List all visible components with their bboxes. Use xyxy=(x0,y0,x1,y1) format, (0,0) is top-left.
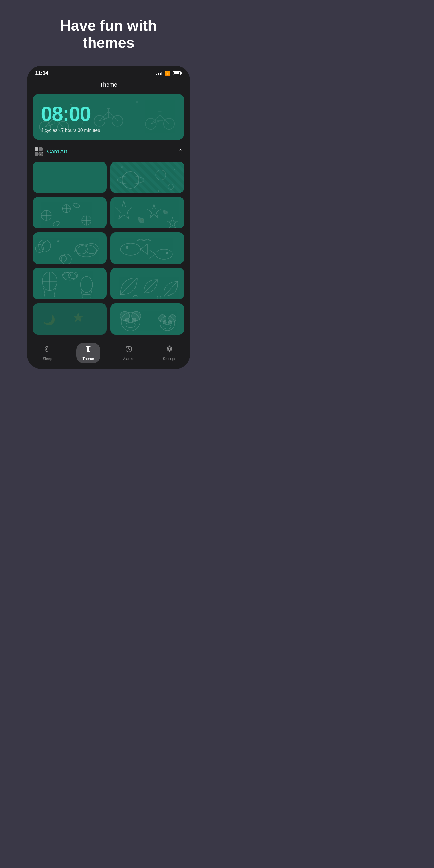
svg-text:★: ★ xyxy=(121,165,124,169)
card-art-header: Card Art ⌃ xyxy=(33,147,184,156)
alarm-card[interactable]: ★ ★ xyxy=(33,94,184,140)
svg-rect-104 xyxy=(87,347,89,352)
svg-rect-105 xyxy=(87,351,90,352)
nav-item-alarms[interactable]: Alarms xyxy=(108,345,149,361)
svg-point-36 xyxy=(117,176,144,184)
svg-point-68 xyxy=(126,246,128,248)
nav-item-sleep[interactable]: Sleep xyxy=(27,345,68,361)
wifi-icon: 📶 xyxy=(165,70,170,76)
card-art-label: Card Art xyxy=(47,149,67,155)
svg-point-37 xyxy=(156,170,165,180)
svg-text:★: ★ xyxy=(56,239,60,243)
card-item-moon[interactable]: ★ ★ xyxy=(33,232,106,264)
card-item-balloon[interactable] xyxy=(33,268,106,299)
status-bar: 11:14 📶 xyxy=(27,66,190,79)
svg-rect-74 xyxy=(44,293,55,297)
alarm-time: 08:00 xyxy=(41,102,176,126)
card-item-extra1[interactable]: 🌙 ⭐ xyxy=(33,303,106,335)
card-item-animal[interactable] xyxy=(111,232,184,264)
card-art-section: Card Art ⌃ ★ ★ ● xyxy=(33,147,184,335)
svg-point-59 xyxy=(35,244,43,252)
nav-item-theme[interactable]: Theme xyxy=(68,343,109,363)
svg-point-111 xyxy=(168,348,171,350)
svg-rect-33 xyxy=(35,152,38,156)
svg-text:●: ● xyxy=(174,168,175,170)
svg-text:⭐: ⭐ xyxy=(73,312,83,322)
svg-marker-54 xyxy=(147,204,161,218)
settings-icon xyxy=(165,345,174,355)
svg-marker-55 xyxy=(167,217,177,228)
svg-line-84 xyxy=(121,278,137,294)
svg-point-101 xyxy=(168,321,172,324)
card-art-left: Card Art xyxy=(34,147,67,156)
svg-marker-53 xyxy=(116,200,132,219)
svg-point-94 xyxy=(125,318,129,322)
status-icons: 📶 xyxy=(156,70,182,76)
svg-point-95 xyxy=(132,318,136,322)
nav-label-sleep: Sleep xyxy=(43,356,52,361)
svg-rect-31 xyxy=(35,147,38,151)
card-art-icon xyxy=(34,147,44,156)
svg-rect-103 xyxy=(86,346,91,347)
card-art-collapse-icon[interactable]: ⌃ xyxy=(178,148,183,155)
bottom-nav: Sleep Theme xyxy=(27,339,190,369)
card-item-leaf[interactable] xyxy=(111,268,184,299)
svg-point-35 xyxy=(122,172,139,188)
svg-text:🌙: 🌙 xyxy=(43,314,55,326)
screen-content: Theme ★ ★ xyxy=(27,82,190,335)
svg-point-100 xyxy=(163,321,166,324)
signal-icon xyxy=(156,71,162,75)
card-item-plain[interactable] xyxy=(33,162,106,193)
svg-line-85 xyxy=(144,280,157,293)
svg-point-77 xyxy=(81,276,93,292)
card-item-space[interactable]: ★ ★ ● xyxy=(111,162,184,193)
svg-point-70 xyxy=(166,252,167,253)
svg-point-96 xyxy=(126,322,135,328)
svg-point-51 xyxy=(52,220,60,227)
svg-point-64 xyxy=(85,243,98,253)
card-item-stars[interactable]: 🐚 🐚 xyxy=(111,197,184,228)
nav-label-alarms: Alarms xyxy=(123,356,134,361)
alarm-subtitle: 4 cycles · 7 hours 30 minutes xyxy=(41,128,176,133)
theme-icon xyxy=(84,345,92,355)
alarms-icon xyxy=(125,345,133,355)
card-item-floral[interactable] xyxy=(33,197,106,228)
svg-line-72 xyxy=(44,288,45,293)
svg-point-102 xyxy=(164,324,171,329)
card-item-panda[interactable] xyxy=(111,303,184,335)
svg-point-66 xyxy=(60,255,66,261)
svg-line-79 xyxy=(91,290,92,294)
svg-point-38 xyxy=(168,184,174,189)
svg-line-108 xyxy=(129,349,130,350)
svg-line-78 xyxy=(81,290,82,294)
phone-frame: 11:14 📶 Theme xyxy=(27,66,190,369)
svg-text:🐚: 🐚 xyxy=(162,209,168,215)
svg-point-88 xyxy=(157,296,161,299)
svg-point-67 xyxy=(121,243,141,255)
status-time: 11:14 xyxy=(35,70,48,76)
nav-active-pill: Theme xyxy=(76,343,100,363)
svg-point-87 xyxy=(133,295,138,299)
nav-label-settings: Settings xyxy=(163,356,176,361)
svg-line-73 xyxy=(55,288,56,293)
card-grid: ★ ★ ● xyxy=(33,162,184,335)
page-title: Have fun with themes xyxy=(49,17,168,52)
nav-item-settings[interactable]: Settings xyxy=(149,345,190,361)
svg-text:★: ★ xyxy=(157,189,160,192)
svg-point-52 xyxy=(72,202,80,208)
svg-rect-32 xyxy=(39,147,42,151)
svg-rect-80 xyxy=(82,294,91,298)
battery-icon xyxy=(173,71,182,75)
svg-text:🐚: 🐚 xyxy=(137,216,145,224)
sleep-icon xyxy=(43,345,52,355)
svg-line-86 xyxy=(164,281,178,297)
screen-title: Theme xyxy=(33,82,184,88)
nav-label-theme: Theme xyxy=(83,356,94,361)
svg-point-69 xyxy=(156,249,173,259)
